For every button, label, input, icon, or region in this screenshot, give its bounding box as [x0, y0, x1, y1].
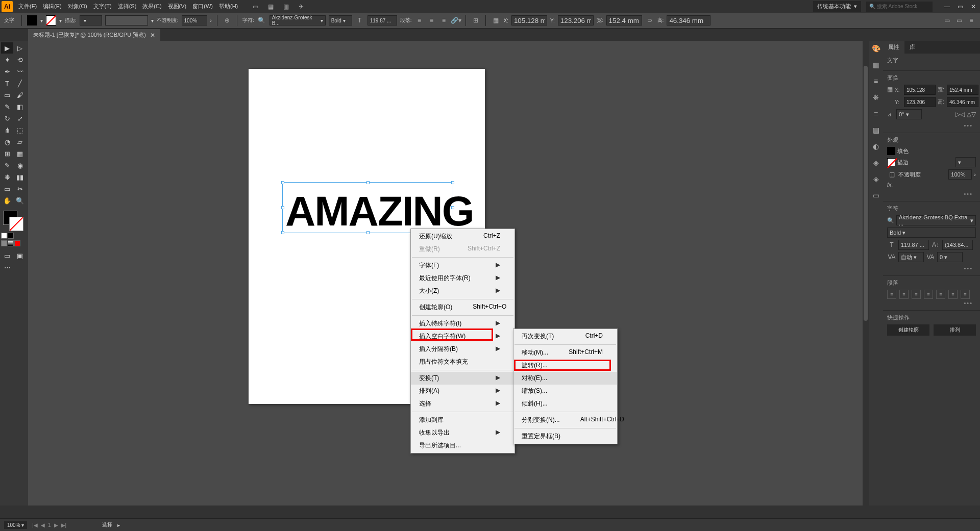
cloud-icon[interactable]: ▭	[251, 2, 260, 11]
tab-properties[interactable]: 属性	[883, 41, 904, 54]
gradient-tool[interactable]: ▦	[14, 148, 26, 159]
ctx-item[interactable]: 插入分隔符(B)▶	[411, 343, 514, 356]
more-options-4[interactable]: •••	[887, 299, 976, 307]
flip-h-icon[interactable]: ▷◁	[955, 110, 965, 119]
panel-tracking[interactable]: 0▾	[937, 252, 963, 262]
ctx-item[interactable]: 移动(M)...Shift+Ctrl+M	[513, 346, 617, 359]
menu-edit[interactable]: 编辑(E)	[40, 1, 64, 12]
transparency-panel-icon[interactable]: ◐	[871, 142, 880, 151]
symbols-panel-icon[interactable]: ❋	[871, 93, 880, 102]
graph-tool[interactable]: ▮▮	[14, 171, 26, 183]
menu-effect[interactable]: 效果(C)	[140, 1, 164, 12]
fill-swatch[interactable]	[27, 15, 37, 26]
panel-icon-1[interactable]: ▭	[942, 16, 951, 25]
rectangle-tool[interactable]: ▭	[1, 89, 13, 100]
more-options-3[interactable]: •••	[887, 264, 976, 272]
ctx-item[interactable]: 用占位符文本填充	[411, 356, 514, 368]
color-mode-4[interactable]	[8, 240, 14, 246]
rotate-tool[interactable]: ↻	[1, 113, 13, 124]
close-tab-icon[interactable]: ✕	[150, 32, 155, 39]
shape-builder-tool[interactable]: ◔	[1, 136, 13, 147]
align-right-icon[interactable]: ≡	[439, 16, 448, 25]
panel-stroke-weight[interactable]: ▾	[955, 157, 976, 167]
panel-fill-swatch[interactable]	[887, 147, 895, 155]
pen-tool[interactable]: ✒	[1, 66, 13, 77]
para-align-c[interactable]: ≡	[899, 290, 909, 299]
ctx-item[interactable]: 对称(E)...	[513, 372, 617, 385]
ctx-item[interactable]: 插入特殊字符(I)▶	[411, 317, 514, 330]
menu-view[interactable]: 视图(V)	[165, 1, 189, 12]
stroke-panel-icon[interactable]: ≡	[871, 109, 880, 118]
slice-tool[interactable]: ✂	[14, 183, 26, 194]
tab-libraries[interactable]: 库	[904, 41, 920, 54]
x-input[interactable]	[511, 15, 547, 26]
edit-toolbar[interactable]: ⋯	[1, 262, 13, 273]
search-input[interactable]: 🔍 搜索 Adobe Stock	[866, 2, 933, 12]
h-input[interactable]	[667, 15, 710, 26]
menu-select[interactable]: 选择(S)	[115, 1, 139, 12]
create-outlines-button[interactable]: 创建轮廓	[887, 324, 929, 336]
ctx-item[interactable]: 变换(T)▶	[411, 372, 514, 385]
panel-w-input[interactable]	[947, 85, 978, 95]
color-mode-5[interactable]	[14, 240, 20, 246]
ctx-item[interactable]: 分别变换(N)...Alt+Shift+Ctrl+D	[513, 414, 617, 426]
para-just-l[interactable]: ≡	[924, 290, 933, 299]
zoom-tool[interactable]: 🔍	[14, 195, 26, 206]
color-mode-3[interactable]	[1, 240, 7, 246]
font-size[interactable]: 119.87 ...	[368, 15, 397, 26]
zoom-level[interactable]: 100% ▾	[4, 521, 27, 529]
brushes-panel-icon[interactable]: ≡	[871, 77, 880, 86]
appearance-panel-icon[interactable]: ◈	[871, 158, 880, 167]
ctx-item[interactable]: 添加到库	[411, 414, 514, 426]
menu-file[interactable]: 文件(F)	[16, 1, 39, 12]
stroke-swatch[interactable]	[46, 15, 56, 26]
angle-input[interactable]: 0°▾	[896, 109, 922, 119]
restore-button[interactable]: ▭	[955, 3, 965, 10]
color-picker[interactable]	[3, 211, 23, 231]
prev-artboard[interactable]: ◀	[41, 522, 45, 528]
type-tool[interactable]: T	[1, 78, 13, 89]
flip-v-icon[interactable]: △▽	[967, 110, 976, 119]
direct-selection-tool[interactable]: ▷	[14, 42, 26, 54]
panel-h-input[interactable]	[947, 97, 978, 107]
font-weight[interactable]: Bold▾	[329, 15, 352, 26]
ref-point-icon[interactable]: ▦	[887, 85, 893, 94]
w-input[interactable]	[606, 15, 642, 26]
perspective-tool[interactable]: ▱	[14, 136, 26, 147]
ctx-item[interactable]: 字体(F)▶	[411, 259, 514, 272]
ctx-item[interactable]: 最近使用的字体(R)▶	[411, 272, 514, 285]
arrange-button[interactable]: 排列	[934, 324, 976, 336]
link-icon[interactable]: 🔗▾	[451, 16, 460, 25]
screen-mode-1[interactable]: ▭	[1, 250, 13, 261]
stroke-weight[interactable]: ▾	[80, 15, 102, 26]
eyedropper-tool[interactable]: ✎	[1, 160, 13, 171]
share-icon[interactable]: ✈	[297, 2, 306, 11]
align-center-icon[interactable]: ≡	[427, 16, 436, 25]
status-more[interactable]: ▸	[117, 522, 120, 528]
magic-wand-tool[interactable]: ✦	[1, 54, 13, 65]
panel-kerning[interactable]: 自动▾	[898, 252, 924, 262]
transform-ref-icon[interactable]: ▦	[491, 16, 500, 25]
free-transform-tool[interactable]: ⬚	[14, 124, 26, 136]
gpu-icon[interactable]: ▥	[281, 2, 290, 11]
first-artboard[interactable]: |◀	[32, 522, 38, 528]
shaper-tool[interactable]: ✎	[1, 101, 13, 112]
eraser-tool[interactable]: ◧	[14, 101, 26, 112]
workspace-switcher[interactable]: 传统基本功能▾	[813, 1, 861, 12]
menu-object[interactable]: 对象(O)	[65, 1, 90, 12]
curvature-tool[interactable]: 〰	[14, 66, 26, 77]
search-font-icon[interactable]: 🔍	[257, 16, 266, 25]
panel-font[interactable]: Akzidenz-Grotesk BQ Extra ...▾	[896, 215, 976, 225]
para-just-r[interactable]: ≡	[948, 290, 958, 299]
color-panel-icon[interactable]: 🎨	[871, 44, 880, 53]
document-tab[interactable]: 未标题-1 [已恢复]* @ 100% (RGB/GPU 预览) ✕	[28, 29, 160, 41]
align-left-icon[interactable]: ≡	[414, 16, 424, 25]
para-just-c[interactable]: ≡	[936, 290, 945, 299]
opacity-input[interactable]: 100%	[182, 15, 207, 26]
layers-panel-icon[interactable]: ◈	[871, 174, 880, 184]
blend-tool[interactable]: ◉	[14, 160, 26, 171]
panel-font-size[interactable]: 119.87 ...	[898, 240, 929, 250]
color-mode-1[interactable]	[1, 233, 7, 239]
ctx-item[interactable]: 排列(A)▶	[411, 385, 514, 397]
width-tool[interactable]: ⋔	[1, 124, 13, 136]
